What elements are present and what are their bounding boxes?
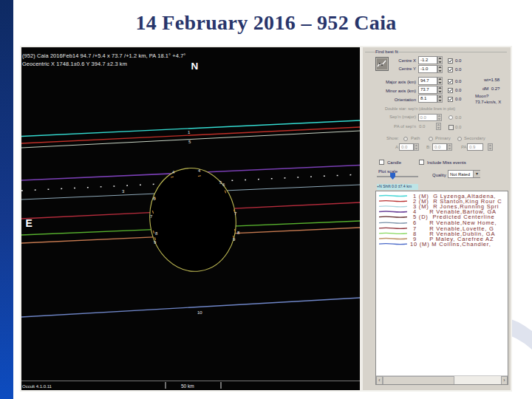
svg-text:Geocentric X 1748.1±0.6 Y 3: Geocentric X 1748.1±0.6 Y 394.7 ±2.3 km — [22, 61, 127, 67]
svg-text:10: 10 — [197, 310, 202, 315]
svg-text:N: N — [191, 61, 199, 72]
svg-text:10 (M) M Collins,Chandler,: 10 (M) M Collins,Chandler, — [410, 241, 491, 248]
svg-text:E: E — [26, 217, 33, 229]
svg-text:Occult 4.1.0.11: Occult 4.1.0.11 — [22, 384, 52, 389]
svg-text:(952) Caia 2016Feb14 94.7 /: (952) Caia 2016Feb14 94.7 /+5.4 x 73.7 /… — [22, 52, 185, 59]
svg-text:50 km: 50 km — [181, 383, 194, 389]
